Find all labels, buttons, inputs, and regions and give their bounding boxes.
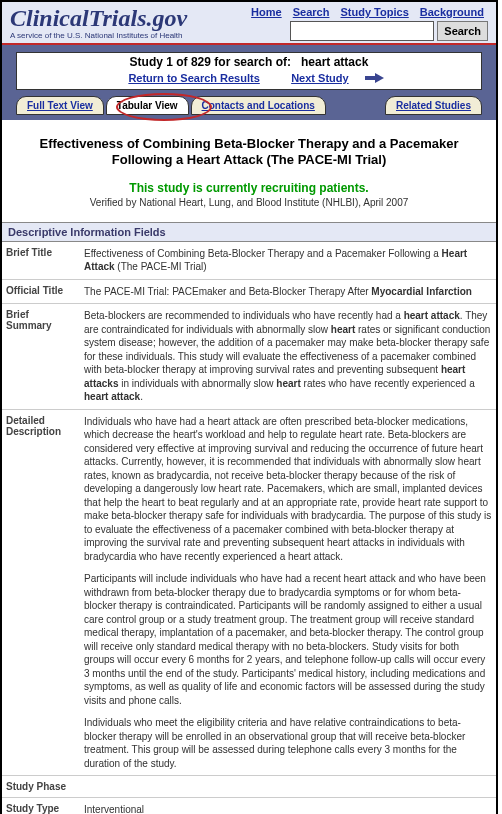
arrow-icon-head [375,73,384,83]
table-row: Study Phase [2,776,496,798]
tab-related[interactable]: Related Studies [385,96,482,115]
top-nav: Home Search Study Topics Background [247,6,488,41]
recruiting-status: This study is currently recruiting patie… [12,181,486,195]
value-brief-title: Effectiveness of Combining Beta-Blocker … [80,242,496,280]
table-row: Study Type Interventional [2,798,496,815]
study-count: Study 1 of 829 for search of: [130,55,291,69]
value-study-phase [80,776,496,798]
page-header: ClinicalTrials.gov A service of the U.S.… [2,2,496,45]
site-tagline: A service of the U.S. National Institute… [10,31,187,40]
nav-background[interactable]: Background [420,6,484,18]
nav-home[interactable]: Home [251,6,282,18]
table-row: Official Title The PACE-MI Trial: PACEma… [2,279,496,304]
nav-search[interactable]: Search [293,6,330,18]
search-box [290,21,488,41]
section-header: Descriptive Information Fields [2,222,496,242]
results-bar: Study 1 of 829 for search of: heart atta… [2,45,496,120]
label-study-phase: Study Phase [2,776,80,798]
verified-by: Verified by National Heart, Lung, and Bl… [12,197,486,208]
table-row: Detailed Description Individuals who hav… [2,409,496,776]
value-official-title: The PACE-MI Trial: PACEmaker and Beta-Bl… [80,279,496,304]
search-info-box: Study 1 of 829 for search of: heart atta… [16,52,482,90]
main-content: Effectiveness of Combining Beta-Blocker … [2,120,496,208]
search-button[interactable] [437,21,488,41]
next-study-link[interactable]: Next Study [291,72,348,84]
return-to-results-link[interactable]: Return to Search Results [128,72,259,84]
label-study-type: Study Type [2,798,80,815]
top-links: Home Search Study Topics Background [247,6,488,18]
search-input[interactable] [290,21,434,41]
value-detailed-description: Individuals who have had a heart attack … [80,409,496,776]
fields-table: Brief Title Effectiveness of Combining B… [2,242,496,815]
site-logo[interactable]: ClinicalTrials.gov [10,6,187,30]
table-row: Brief Summary Beta-blockers are recommen… [2,304,496,410]
label-brief-title: Brief Title [2,242,80,280]
tab-bar: Full Text View Tabular View Contacts and… [16,96,482,115]
tab-contacts[interactable]: Contacts and Locations [191,96,326,115]
value-study-type: Interventional [80,798,496,815]
study-title: Effectiveness of Combining Beta-Blocker … [12,136,486,169]
nav-study-topics[interactable]: Study Topics [341,6,409,18]
table-row: Brief Title Effectiveness of Combining B… [2,242,496,280]
label-official-title: Official Title [2,279,80,304]
label-brief-summary: Brief Summary [2,304,80,410]
value-brief-summary: Beta-blockers are recommended to individ… [80,304,496,410]
tab-full-text[interactable]: Full Text View [16,96,104,115]
logo-area: ClinicalTrials.gov A service of the U.S.… [10,6,187,40]
search-query: heart attack [301,55,368,69]
label-detailed-description: Detailed Description [2,409,80,776]
arrow-icon [365,76,375,80]
tab-tabular[interactable]: Tabular View [106,96,189,115]
